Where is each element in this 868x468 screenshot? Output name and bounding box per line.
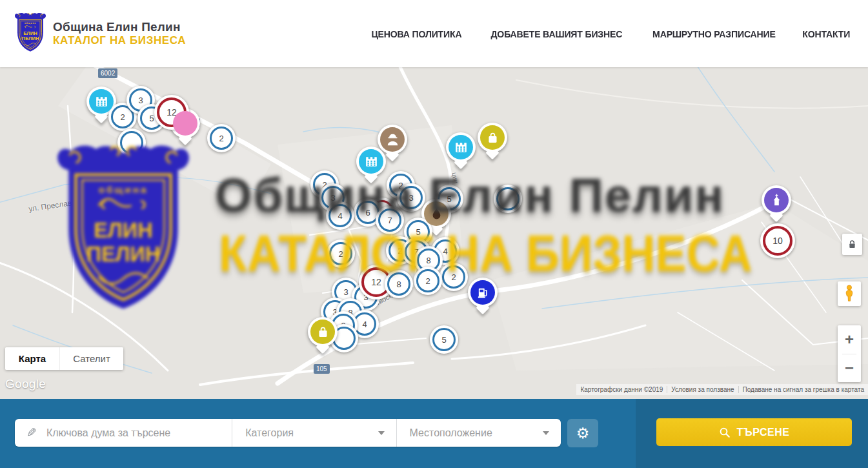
cluster-count: 4 [338, 211, 342, 221]
cluster-marker[interactable]: 2 [414, 267, 442, 295]
search-submit-label: ТЪРСЕНЕ [737, 427, 790, 438]
cluster-count: 5 [149, 114, 154, 123]
search-bar: ✎ Категория Местоположение ⚙ ТЪРСЕНЕ [0, 399, 868, 468]
cluster-count: 6 [365, 208, 370, 218]
fuel-pin-marker[interactable] [468, 278, 498, 307]
keyword-field[interactable]: ✎ [15, 419, 232, 447]
cluster-count: 8 [426, 256, 430, 265]
google-logo[interactable]: Google [5, 377, 46, 391]
map-attribution: Картографски данни ©2019 Условия за полз… [576, 384, 868, 395]
search-submit-button[interactable]: ТЪРСЕНЕ [656, 418, 852, 446]
church-pin-marker[interactable] [762, 185, 791, 215]
main-nav: ЦЕНОВА ПОЛИТИКА ДОБАВЕТЕ ВАШИЯТ БИЗНЕС М… [368, 0, 852, 67]
header: община ЕЛИН ПЕЛИН Община Елин Пелин КАТА… [0, 0, 868, 67]
map-type-map-button[interactable]: Карта [5, 347, 59, 370]
church-icon [764, 188, 789, 212]
bag-icon [480, 125, 505, 150]
cluster-marker[interactable]: 2 [207, 124, 236, 152]
cluster-marker[interactable]: 4 [326, 201, 354, 230]
bag-pin-marker[interactable] [308, 317, 338, 347]
fuel-icon [470, 280, 495, 305]
svg-text:община: община [25, 22, 36, 25]
cluster-count: 7 [387, 216, 392, 225]
chevron-down-icon [378, 431, 385, 435]
attribution-report-link[interactable]: Подаване на сигнал за грешка в картата [738, 386, 868, 393]
cluster-count: 3 [409, 193, 413, 203]
location-select[interactable]: Местоположение [396, 419, 561, 447]
category-select-label: Категория [245, 427, 378, 439]
cluster-count: 2 [219, 134, 223, 143]
cluster-count: 2 [451, 272, 456, 282]
cluster-count: 12 [371, 277, 381, 287]
attribution-copyright: Картографски данни ©2019 [576, 386, 667, 393]
blank-icon [173, 111, 197, 136]
cluster-count: 10 [772, 236, 783, 246]
search-icon [719, 427, 731, 438]
gear-icon: ⚙ [576, 425, 590, 442]
svg-text:ЕЛИН: ЕЛИН [23, 30, 37, 36]
category-select[interactable]: Категория [232, 419, 396, 447]
map-canvas[interactable]: ул. Преславбул. „Новоселции6002105 23512… [0, 67, 868, 399]
zoom-out-button[interactable]: − [838, 354, 861, 383]
attribution-terms-link[interactable]: Условия за ползване [667, 386, 738, 393]
municipality-crest-logo: община ЕЛИН ПЕЛИН [14, 11, 46, 56]
search-fields-group: ✎ Категория Местоположение [15, 419, 561, 447]
pencil-icon: ✎ [26, 425, 37, 440]
cluster-count: 2 [425, 276, 430, 286]
brand[interactable]: община ЕЛИН ПЕЛИН Община Елин Пелин КАТА… [14, 11, 186, 56]
worker-icon [380, 127, 405, 152]
street-view-pegman-button[interactable] [838, 281, 861, 306]
fullscreen-lock-button[interactable] [842, 234, 862, 255]
site-title: Община Елин Пелин [53, 20, 186, 34]
markers-layer: 2351222323564752274822331283843510 [0, 67, 868, 399]
cluster-marker[interactable] [117, 128, 146, 157]
cluster-count: 8 [396, 280, 401, 289]
pegman-icon [843, 284, 856, 303]
droplet-icon [424, 201, 449, 226]
cluster-marker[interactable]: 10 [760, 223, 795, 258]
zoom-in-button[interactable]: + [838, 325, 861, 354]
nav-bus-schedule[interactable]: МАРШРУТНО РАЗПИСАНИЕ [652, 28, 776, 39]
cluster-marker[interactable]: 2 [439, 263, 468, 291]
cluster-count: 3 [138, 96, 143, 105]
cluster-marker[interactable]: 5 [430, 325, 458, 354]
cluster-count: 2 [120, 112, 125, 122]
cluster-count: 4 [443, 247, 447, 256]
keyword-input[interactable] [45, 427, 232, 440]
chevron-down-icon [543, 431, 549, 435]
cluster-count: 3 [330, 193, 335, 203]
map-type-satellite-button[interactable]: Сателит [59, 347, 123, 370]
nav-contacts[interactable]: КОНТАКТИ [803, 28, 851, 39]
zoom-control: + − [838, 325, 861, 382]
site-subtitle: КАТАЛОГ НА БИЗНЕСА [53, 34, 186, 47]
worker-pin-marker[interactable] [378, 125, 407, 154]
bag-icon [310, 320, 335, 344]
factory-pin-marker[interactable] [446, 132, 476, 162]
bag-pin-marker[interactable] [478, 123, 507, 152]
cluster-marker[interactable]: 7 [376, 206, 404, 234]
cluster-count: 5 [447, 194, 451, 204]
cluster-marker[interactable]: 2 [327, 239, 355, 268]
cluster-count: 2 [338, 249, 343, 259]
factory-icon [359, 149, 383, 174]
cluster-marker[interactable]: 8 [385, 270, 413, 298]
cluster-count: 3 [343, 287, 348, 297]
cluster-marker[interactable] [494, 185, 522, 213]
lock-icon [846, 238, 858, 251]
location-select-label: Местоположение [410, 427, 543, 439]
map-type-control: Карта Сателит [5, 347, 123, 370]
cluster-marker[interactable]: 3 [397, 183, 425, 212]
factory-pin-marker[interactable] [356, 147, 386, 176]
factory-icon [89, 89, 114, 114]
cluster-count: 5 [441, 335, 446, 345]
factory-icon [449, 135, 473, 159]
nav-pricing[interactable]: ЦЕНОВА ПОЛИТИКА [372, 28, 462, 39]
cluster-count: 4 [362, 320, 367, 329]
svg-text:ПЕЛИН: ПЕЛИН [21, 36, 39, 41]
advanced-settings-button[interactable]: ⚙ [567, 419, 598, 447]
nav-add-business[interactable]: ДОБАВЕТЕ ВАШИЯТ БИЗНЕС [490, 28, 622, 39]
cluster-count: 5 [416, 227, 420, 237]
